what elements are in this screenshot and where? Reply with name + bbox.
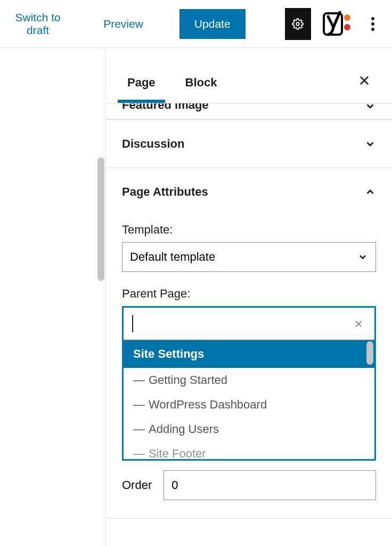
more-options-button[interactable] (362, 11, 383, 37)
parent-page-label: Parent Page: (122, 287, 376, 301)
svg-point-2 (344, 14, 350, 21)
order-label: Order (122, 478, 152, 492)
option-label: WordPress Dashboard (149, 398, 267, 412)
panel-title: Discussion (122, 137, 364, 151)
sidebar-tabs: Page Block (106, 62, 392, 103)
chevron-down-icon (364, 138, 376, 150)
template-label: Template: (122, 223, 376, 237)
tab-page[interactable]: Page (122, 76, 161, 90)
update-button[interactable]: Update (179, 9, 246, 39)
sidebar-scrollbar-track[interactable] (96, 48, 105, 546)
option-label: Adding Users (149, 422, 219, 436)
yoast-seo-icon[interactable] (323, 8, 350, 40)
svg-point-3 (344, 24, 350, 30)
parent-option-selected[interactable]: Site Settings (124, 340, 374, 368)
svg-point-0 (297, 22, 300, 26)
page-attributes-panel-body: Template: Default template Parent Page: … (106, 223, 392, 516)
featured-image-panel-header[interactable]: Featured image (106, 103, 392, 119)
close-icon (358, 74, 371, 87)
template-select[interactable]: Default template (122, 242, 376, 272)
options-scrollbar-thumb[interactable] (366, 341, 373, 365)
editor-canvas-placeholder (0, 48, 96, 546)
template-select-value: Default template (130, 250, 215, 264)
option-label: Site Settings (133, 347, 204, 361)
parent-page-search-input[interactable]: × (124, 308, 374, 340)
panel-title: Page Attributes (122, 185, 364, 199)
settings-gear-icon[interactable] (285, 8, 312, 40)
parent-page-options-list: Site Settings — Getting Started — WordPr… (124, 340, 374, 459)
editor-toolbar: Switch to draft Preview Update (0, 0, 392, 48)
kebab-icon (371, 15, 374, 33)
option-label: Site Footer (149, 447, 206, 459)
parent-option[interactable]: — Adding Users (124, 417, 374, 441)
chevron-down-icon (357, 252, 368, 262)
sidebar-scrollbar-thumb[interactable] (97, 157, 104, 281)
parent-page-combobox: × Site Settings — Getting Started — (122, 306, 376, 461)
text-cursor (132, 315, 133, 332)
preview-button[interactable]: Preview (103, 18, 143, 30)
chevron-up-icon (364, 186, 376, 198)
switch-to-draft-button[interactable]: Switch to draft (9, 11, 67, 37)
settings-sidebar: Featured image Discussion Page Attribute… (105, 48, 392, 546)
parent-option[interactable]: — Site Footer (124, 441, 374, 459)
close-sidebar-button[interactable] (353, 71, 376, 94)
order-input[interactable] (164, 470, 376, 500)
option-label: Getting Started (149, 373, 227, 387)
discussion-panel-header[interactable]: Discussion (106, 119, 392, 167)
parent-option[interactable]: — Getting Started (124, 368, 374, 392)
tab-block[interactable]: Block (180, 76, 223, 90)
parent-option[interactable]: — WordPress Dashboard (124, 392, 374, 417)
page-attributes-panel-header[interactable]: Page Attributes (106, 167, 392, 215)
clear-icon[interactable]: × (350, 314, 367, 334)
